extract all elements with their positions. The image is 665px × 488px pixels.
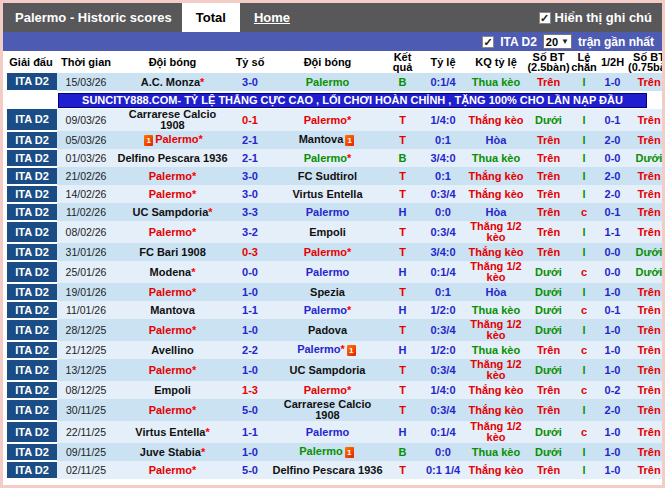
half-time-score-value: 1-0 [605, 324, 621, 336]
favorite-star: * [347, 114, 351, 126]
favorite-star: * [192, 286, 196, 298]
odd-even: l [571, 399, 597, 421]
league-cell: ITA D2 [5, 421, 57, 443]
handicap-result: Thắng kèo [466, 167, 526, 185]
checkbox-checked-icon[interactable]: ✓ [539, 12, 551, 24]
away-team: Padova [270, 319, 385, 341]
odd-even-value: l [582, 246, 585, 258]
half-time-score-value: 1-0 [605, 286, 621, 298]
result-letter-value: T [399, 324, 406, 336]
half-time-score-value: 1-0 [605, 364, 621, 376]
odd-even: l [571, 221, 597, 243]
full-time-score-value: 3-2 [242, 226, 258, 238]
over-under-2-5: Dưới [526, 443, 571, 461]
over-under-0-75-value: Trên [637, 286, 660, 298]
tab-home[interactable]: Home [240, 3, 304, 32]
team-name: Mantova [150, 304, 195, 316]
home-team: Modena* [115, 261, 230, 283]
match-row: ITA D222/11/25Virtus Entella*1-1PalermoH… [5, 421, 665, 443]
handicap-result: Thắng 1/2 kèo [466, 261, 526, 283]
over-under-2-5-value: Dưới [535, 324, 562, 336]
result-letter: H [385, 341, 420, 359]
over-under-2-5-value: Trên [537, 464, 560, 476]
match-row: ITA D208/12/25Empoli1-3Palermo*T1/4:0Thắ… [5, 381, 665, 399]
league-cell: ITA D2 [5, 283, 57, 301]
match-date: 01/03/26 [57, 149, 115, 167]
over-under-2-5-value: Trên [537, 76, 560, 88]
match-date: 09/11/25 [57, 443, 115, 461]
tab-total[interactable]: Total [182, 3, 240, 32]
over-under-2-5: Dưới [526, 283, 571, 301]
match-date: 11/02/26 [57, 203, 115, 221]
away-team: Palermo*1 [270, 341, 385, 359]
handicap-result-value: Thắng 1/2 kèo [470, 421, 521, 443]
half-time-score-value: 2-0 [605, 170, 621, 182]
full-time-score: 1-0 [230, 283, 270, 301]
odd-even: l [571, 185, 597, 203]
over-under-0-75-value: Dưới [636, 246, 663, 258]
result-letter-value: T [399, 364, 406, 376]
half-time-score: 0-0 [597, 149, 628, 167]
odd-even: l [571, 149, 597, 167]
team-name: Palermo [306, 76, 349, 88]
full-time-score-value: 1-1 [242, 426, 258, 438]
over-under-0-75: Trên [628, 421, 665, 443]
promo-banner-link[interactable]: SUNCITY888.COM- TỶ LỆ THẮNG CỰC CAO , LỐ… [58, 93, 647, 108]
odd-even-value: c [581, 384, 587, 396]
team-name: Palermo [306, 206, 349, 218]
half-time-score: 1-0 [597, 73, 628, 91]
over-under-0-75-value: Trên [637, 426, 660, 438]
away-team: Palermo* [270, 243, 385, 261]
over-under-0-75-value: Trên [637, 324, 660, 336]
over-under-2-5: Dưới [526, 301, 571, 319]
column-header: Thời gian [57, 51, 115, 73]
odd-even-value: l [582, 152, 585, 164]
full-time-score: 2-1 [230, 149, 270, 167]
over-under-0-75: Trên [628, 399, 665, 421]
over-under-2-5: Dưới [526, 261, 571, 283]
match-count-select[interactable]: 20 ▼ [543, 34, 572, 49]
handicap-result: Thua kèo [466, 443, 526, 461]
team-name: Palermo [149, 364, 192, 376]
handicap-odds: 0:1/4 [420, 421, 466, 443]
over-under-0-75: Trên [628, 341, 665, 359]
half-time-score-value: 0-1 [605, 304, 621, 316]
league-checkbox[interactable]: ✓ [482, 36, 494, 48]
handicap-result-value: Thắng 1/2 kèo [470, 359, 521, 381]
match-date: 21/02/26 [57, 167, 115, 185]
away-team: Palermo* [270, 301, 385, 319]
show-notes-toggle[interactable]: ✓ Hiển thị ghi chú [539, 3, 663, 32]
column-header: Đội bóng [270, 51, 385, 73]
over-under-0-75-value: Trên [637, 226, 660, 238]
handicap-result-value: Thắng kèo [468, 114, 523, 126]
full-time-score: 3-0 [230, 167, 270, 185]
odd-even-value: l [582, 324, 585, 336]
match-count-suffix: trận gần nhất [578, 35, 654, 49]
league-cell: ITA D2 [5, 221, 57, 243]
result-letter-value: T [399, 286, 406, 298]
handicap-result-value: Thua kèo [472, 304, 520, 316]
handicap-result-value: Thua kèo [472, 152, 520, 164]
show-notes-label: Hiển thị ghi chú [555, 10, 653, 25]
over-under-0-75-value: Trên [637, 446, 660, 458]
red-card-icon: 1 [345, 135, 354, 146]
over-under-2-5-value: Trên [537, 344, 560, 356]
handicap-result-value: Thắng kèo [468, 384, 523, 396]
league-cell: ITA D2 [5, 301, 57, 319]
full-time-score: 0-1 [230, 109, 270, 131]
titlebar-spacer [304, 3, 538, 32]
half-time-score: 1-0 [597, 319, 628, 341]
league-cell: ITA D2 [5, 109, 57, 131]
result-letter-value: H [399, 426, 407, 438]
team-name: Modena [150, 266, 192, 278]
column-header: Tỷ lệ [420, 51, 466, 73]
home-team: Palermo* [115, 461, 230, 479]
match-row: ITA D213/12/25Palermo*1-0UC SampdoriaT0:… [5, 359, 665, 381]
full-time-score-value: 3-0 [242, 76, 258, 88]
league-cell: ITA D2 [5, 443, 57, 461]
title-bar: Palermo - Historic scores Total Home ✓ H… [3, 3, 662, 32]
full-time-score: 5-0 [230, 399, 270, 421]
half-time-score-value: 2-0 [605, 134, 621, 146]
team-name: Juve Stabia [140, 446, 201, 458]
over-under-0-75-value: Trên [637, 464, 660, 476]
